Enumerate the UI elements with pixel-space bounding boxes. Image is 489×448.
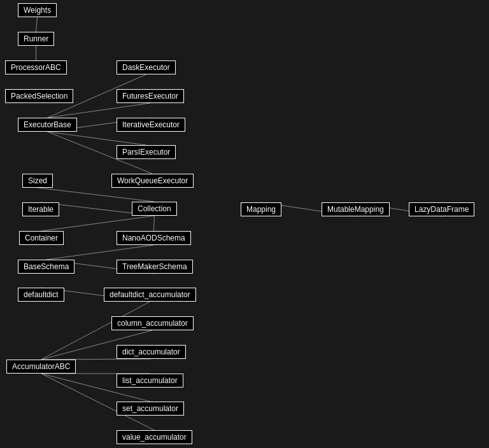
node-collection: Collection bbox=[132, 202, 177, 216]
node-runner: Runner bbox=[18, 32, 54, 46]
node-defaultdict: defaultdict bbox=[18, 288, 64, 302]
node-list-accumulator: list_accumulator bbox=[117, 374, 183, 388]
connection-lines bbox=[0, 0, 489, 448]
node-iterable: Iterable bbox=[22, 202, 59, 216]
node-lazydataframe: LazyDataFrame bbox=[409, 202, 474, 216]
svg-line-13 bbox=[46, 245, 154, 260]
node-baseschema: BaseSchema bbox=[18, 260, 74, 274]
node-iterativeexecutor: IterativeExecutor bbox=[117, 118, 185, 132]
svg-line-7 bbox=[38, 188, 155, 202]
node-column-accumulator: column_accumulator bbox=[111, 316, 194, 330]
node-set-accumulator: set_accumulator bbox=[117, 402, 184, 416]
svg-line-10 bbox=[154, 216, 155, 231]
node-weights: Weights bbox=[18, 3, 57, 17]
node-workqueueexecutor: WorkQueueExecutor bbox=[111, 174, 194, 188]
svg-line-3 bbox=[48, 103, 151, 118]
node-packedselection: PackedSelection bbox=[5, 89, 73, 103]
svg-line-5 bbox=[48, 132, 146, 145]
svg-line-0 bbox=[36, 17, 38, 32]
node-executorbase: ExecutorBase bbox=[18, 118, 77, 132]
node-mutablemapping: MutableMapping bbox=[322, 202, 390, 216]
node-daskexecutor: DaskExecutor bbox=[117, 60, 176, 74]
node-value-accumulator: value_accumulator bbox=[117, 430, 192, 444]
node-nanoaodschema: NanoAODSchema bbox=[117, 231, 191, 245]
node-defaultdict-accumulator: defaultdict_accumulator bbox=[104, 288, 196, 302]
node-futuresexecutor: FuturesExecutor bbox=[117, 89, 184, 103]
node-sized: Sized bbox=[22, 174, 53, 188]
node-mapping: Mapping bbox=[241, 202, 281, 216]
node-container: Container bbox=[19, 231, 64, 245]
node-accumulatorabc: AccumulatorABC bbox=[6, 360, 76, 374]
node-treemakerschema: TreeMakerSchema bbox=[117, 260, 193, 274]
node-dict-accumulator: dict_accumulator bbox=[117, 345, 186, 359]
node-parsiexecutor: ParsIExecutor bbox=[117, 145, 176, 159]
node-processorabc: ProcessorABC bbox=[5, 60, 67, 74]
svg-line-9 bbox=[41, 216, 155, 231]
